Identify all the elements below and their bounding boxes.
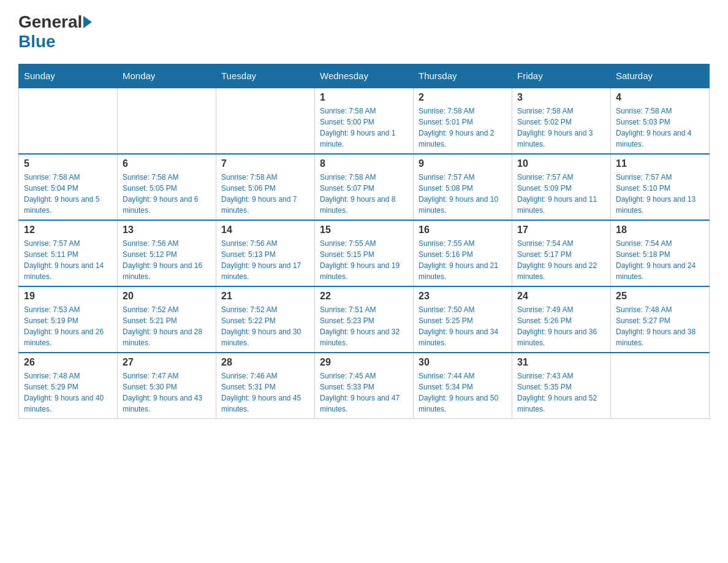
day-number: 7 bbox=[221, 158, 309, 169]
calendar-cell: 10Sunrise: 7:57 AM Sunset: 5:09 PM Dayli… bbox=[512, 154, 611, 220]
day-number: 21 bbox=[221, 291, 309, 302]
calendar-table: SundayMondayTuesdayWednesdayThursdayFrid… bbox=[18, 64, 710, 419]
calendar-cell: 28Sunrise: 7:46 AM Sunset: 5:31 PM Dayli… bbox=[216, 353, 315, 419]
calendar-header-wednesday: Wednesday bbox=[315, 64, 414, 88]
calendar-cell: 30Sunrise: 7:44 AM Sunset: 5:34 PM Dayli… bbox=[414, 353, 512, 419]
calendar-header-monday: Monday bbox=[118, 64, 216, 88]
day-info: Sunrise: 7:58 AM Sunset: 5:06 PM Dayligh… bbox=[221, 172, 309, 216]
day-info: Sunrise: 7:58 AM Sunset: 5:01 PM Dayligh… bbox=[419, 105, 507, 150]
calendar-cell: 24Sunrise: 7:49 AM Sunset: 5:26 PM Dayli… bbox=[512, 286, 611, 353]
day-number: 11 bbox=[616, 158, 704, 169]
day-number: 16 bbox=[419, 224, 507, 236]
day-number: 8 bbox=[320, 158, 408, 169]
logo-arrow-icon bbox=[83, 16, 92, 28]
day-info: Sunrise: 7:54 AM Sunset: 5:17 PM Dayligh… bbox=[517, 238, 605, 282]
calendar-cell: 14Sunrise: 7:56 AM Sunset: 5:13 PM Dayli… bbox=[216, 220, 315, 286]
day-info: Sunrise: 7:57 AM Sunset: 5:11 PM Dayligh… bbox=[24, 238, 112, 282]
calendar-week-row: 5Sunrise: 7:58 AM Sunset: 5:04 PM Daylig… bbox=[19, 154, 710, 220]
calendar-cell: 29Sunrise: 7:45 AM Sunset: 5:33 PM Dayli… bbox=[315, 353, 414, 419]
calendar-cell: 9Sunrise: 7:57 AM Sunset: 5:08 PM Daylig… bbox=[414, 154, 512, 220]
day-info: Sunrise: 7:58 AM Sunset: 5:02 PM Dayligh… bbox=[517, 105, 605, 150]
day-info: Sunrise: 7:56 AM Sunset: 5:12 PM Dayligh… bbox=[123, 238, 211, 282]
day-number: 29 bbox=[320, 357, 408, 368]
day-number: 23 bbox=[419, 291, 507, 302]
calendar-week-row: 12Sunrise: 7:57 AM Sunset: 5:11 PM Dayli… bbox=[19, 220, 710, 286]
day-number: 13 bbox=[123, 224, 211, 236]
calendar-header-sunday: Sunday bbox=[19, 64, 118, 88]
day-number: 3 bbox=[517, 92, 605, 103]
day-number: 30 bbox=[419, 357, 507, 368]
calendar-cell: 23Sunrise: 7:50 AM Sunset: 5:25 PM Dayli… bbox=[414, 286, 512, 353]
calendar-cell: 27Sunrise: 7:47 AM Sunset: 5:30 PM Dayli… bbox=[118, 353, 216, 419]
calendar-header-row: SundayMondayTuesdayWednesdayThursdayFrid… bbox=[19, 64, 710, 88]
day-info: Sunrise: 7:58 AM Sunset: 5:03 PM Dayligh… bbox=[616, 105, 704, 150]
calendar-cell bbox=[19, 88, 118, 154]
calendar-cell: 11Sunrise: 7:57 AM Sunset: 5:10 PM Dayli… bbox=[611, 154, 710, 220]
day-number: 28 bbox=[221, 357, 309, 368]
day-number: 22 bbox=[320, 291, 408, 302]
day-number: 24 bbox=[517, 291, 605, 302]
day-info: Sunrise: 7:45 AM Sunset: 5:33 PM Dayligh… bbox=[320, 370, 408, 415]
day-number: 26 bbox=[24, 357, 112, 368]
day-number: 25 bbox=[616, 291, 704, 302]
calendar-cell: 1Sunrise: 7:58 AM Sunset: 5:00 PM Daylig… bbox=[315, 88, 414, 154]
day-info: Sunrise: 7:56 AM Sunset: 5:13 PM Dayligh… bbox=[221, 238, 309, 282]
page-header: General Blue bbox=[18, 12, 710, 52]
calendar-cell: 15Sunrise: 7:55 AM Sunset: 5:15 PM Dayli… bbox=[315, 220, 414, 286]
calendar-week-row: 1Sunrise: 7:58 AM Sunset: 5:00 PM Daylig… bbox=[19, 88, 710, 154]
calendar-cell: 16Sunrise: 7:55 AM Sunset: 5:16 PM Dayli… bbox=[414, 220, 512, 286]
calendar-cell: 21Sunrise: 7:52 AM Sunset: 5:22 PM Dayli… bbox=[216, 286, 315, 353]
day-number: 20 bbox=[123, 291, 211, 302]
calendar-cell: 3Sunrise: 7:58 AM Sunset: 5:02 PM Daylig… bbox=[512, 88, 611, 154]
logo-general-text: General bbox=[18, 12, 82, 32]
day-info: Sunrise: 7:47 AM Sunset: 5:30 PM Dayligh… bbox=[123, 370, 211, 415]
day-info: Sunrise: 7:55 AM Sunset: 5:15 PM Dayligh… bbox=[320, 238, 408, 282]
calendar-cell: 25Sunrise: 7:48 AM Sunset: 5:27 PM Dayli… bbox=[611, 286, 710, 353]
calendar-cell: 20Sunrise: 7:52 AM Sunset: 5:21 PM Dayli… bbox=[118, 286, 216, 353]
day-info: Sunrise: 7:48 AM Sunset: 5:27 PM Dayligh… bbox=[616, 304, 704, 348]
day-info: Sunrise: 7:51 AM Sunset: 5:23 PM Dayligh… bbox=[320, 304, 408, 348]
day-number: 9 bbox=[419, 158, 507, 169]
calendar-cell: 19Sunrise: 7:53 AM Sunset: 5:19 PM Dayli… bbox=[19, 286, 118, 353]
day-info: Sunrise: 7:52 AM Sunset: 5:21 PM Dayligh… bbox=[123, 304, 211, 348]
calendar-cell: 2Sunrise: 7:58 AM Sunset: 5:01 PM Daylig… bbox=[414, 88, 512, 154]
day-number: 27 bbox=[123, 357, 211, 368]
day-info: Sunrise: 7:43 AM Sunset: 5:35 PM Dayligh… bbox=[517, 370, 605, 415]
calendar-header-tuesday: Tuesday bbox=[216, 64, 315, 88]
day-number: 12 bbox=[24, 224, 112, 236]
day-number: 5 bbox=[24, 158, 112, 169]
day-number: 4 bbox=[616, 92, 704, 103]
day-info: Sunrise: 7:57 AM Sunset: 5:10 PM Dayligh… bbox=[616, 172, 704, 216]
calendar-header-saturday: Saturday bbox=[611, 64, 710, 88]
calendar-cell: 17Sunrise: 7:54 AM Sunset: 5:17 PM Dayli… bbox=[512, 220, 611, 286]
day-info: Sunrise: 7:58 AM Sunset: 5:07 PM Dayligh… bbox=[320, 172, 408, 216]
calendar-header-thursday: Thursday bbox=[414, 64, 512, 88]
day-info: Sunrise: 7:53 AM Sunset: 5:19 PM Dayligh… bbox=[24, 304, 112, 348]
day-number: 31 bbox=[517, 357, 605, 368]
day-number: 17 bbox=[517, 224, 605, 236]
calendar-cell: 18Sunrise: 7:54 AM Sunset: 5:18 PM Dayli… bbox=[611, 220, 710, 286]
calendar-cell: 13Sunrise: 7:56 AM Sunset: 5:12 PM Dayli… bbox=[118, 220, 216, 286]
logo: General Blue bbox=[18, 12, 93, 52]
calendar-header-friday: Friday bbox=[512, 64, 611, 88]
day-info: Sunrise: 7:49 AM Sunset: 5:26 PM Dayligh… bbox=[517, 304, 605, 348]
day-info: Sunrise: 7:46 AM Sunset: 5:31 PM Dayligh… bbox=[221, 370, 309, 415]
day-number: 2 bbox=[419, 92, 507, 103]
calendar-cell: 22Sunrise: 7:51 AM Sunset: 5:23 PM Dayli… bbox=[315, 286, 414, 353]
calendar-cell: 31Sunrise: 7:43 AM Sunset: 5:35 PM Dayli… bbox=[512, 353, 611, 419]
day-info: Sunrise: 7:57 AM Sunset: 5:08 PM Dayligh… bbox=[419, 172, 507, 216]
day-number: 15 bbox=[320, 224, 408, 236]
day-number: 6 bbox=[123, 158, 211, 169]
day-info: Sunrise: 7:52 AM Sunset: 5:22 PM Dayligh… bbox=[221, 304, 309, 348]
day-number: 10 bbox=[517, 158, 605, 169]
day-info: Sunrise: 7:58 AM Sunset: 5:05 PM Dayligh… bbox=[123, 172, 211, 216]
day-number: 18 bbox=[616, 224, 704, 236]
day-number: 19 bbox=[24, 291, 112, 302]
day-number: 14 bbox=[221, 224, 309, 236]
day-number: 1 bbox=[320, 92, 408, 103]
day-info: Sunrise: 7:58 AM Sunset: 5:04 PM Dayligh… bbox=[24, 172, 112, 216]
calendar-cell: 4Sunrise: 7:58 AM Sunset: 5:03 PM Daylig… bbox=[611, 88, 710, 154]
logo-blue-text: Blue bbox=[18, 32, 56, 52]
day-info: Sunrise: 7:58 AM Sunset: 5:00 PM Dayligh… bbox=[320, 105, 408, 150]
calendar-cell bbox=[611, 353, 710, 419]
